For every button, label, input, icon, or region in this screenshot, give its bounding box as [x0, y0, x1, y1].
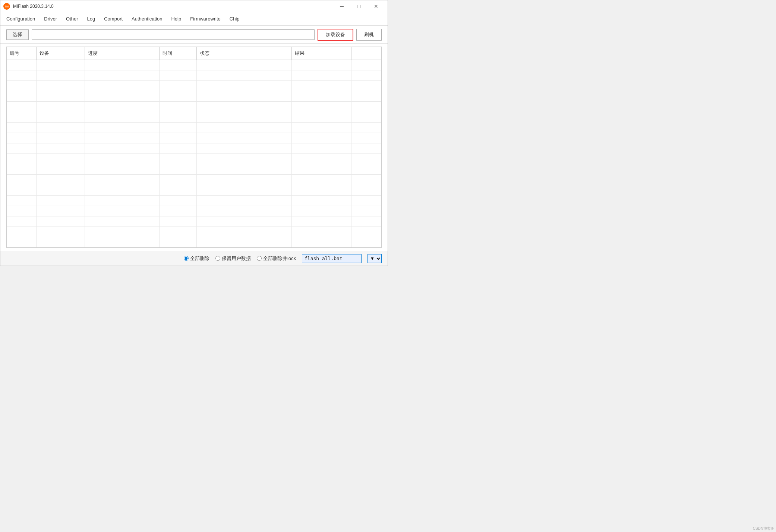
title-bar-controls: ─ □ ✕	[333, 0, 385, 12]
table-row[interactable]	[7, 164, 381, 175]
maximize-button[interactable]: □	[350, 0, 368, 12]
menu-item-comport[interactable]: Comport	[100, 15, 127, 23]
flash-mode-group: 全部删除 保留用户数据 全部删除并lock	[184, 255, 296, 262]
table-row[interactable]	[7, 227, 381, 237]
menu-item-chip[interactable]: Chip	[225, 15, 244, 23]
menu-item-other[interactable]: Other	[61, 15, 83, 23]
menu-bar: Configuration Driver Other Log Comport A…	[0, 12, 388, 26]
col-device: 设备	[37, 47, 85, 60]
table-row[interactable]	[7, 123, 381, 133]
title-bar: mi MiFlash 2020.3.14.0 ─ □ ✕	[0, 0, 388, 12]
menu-item-authentication[interactable]: Authentication	[127, 15, 167, 23]
script-dropdown[interactable]: ▼	[368, 254, 382, 263]
radio-delete-lock-input[interactable]	[257, 256, 262, 261]
table-row[interactable]	[7, 70, 381, 81]
close-button[interactable]: ✕	[368, 0, 385, 12]
table-row[interactable]	[7, 237, 381, 248]
menu-item-firmwarewrite[interactable]: Firmwarewrite	[186, 15, 225, 23]
radio-delete-lock[interactable]: 全部删除并lock	[257, 255, 296, 262]
table-row[interactable]	[7, 206, 381, 216]
menu-item-driver[interactable]: Driver	[40, 15, 61, 23]
bottom-bar: 全部删除 保留用户数据 全部删除并lock ▼	[0, 251, 388, 266]
menu-item-help[interactable]: Help	[167, 15, 186, 23]
table-row[interactable]	[7, 112, 381, 123]
col-time: 时间	[160, 47, 197, 60]
menu-item-log[interactable]: Log	[83, 15, 100, 23]
table-header: 编号 设备 进度 时间 状态 结果	[7, 47, 381, 60]
table-row[interactable]	[7, 196, 381, 206]
table-body	[7, 60, 381, 248]
radio-keep-user[interactable]: 保留用户数据	[215, 255, 251, 262]
radio-delete-all-input[interactable]	[184, 256, 189, 261]
main-content: 编号 设备 进度 时间 状态 结果	[0, 44, 388, 251]
flash-button[interactable]: 刷机	[356, 29, 382, 41]
radio-delete-all[interactable]: 全部删除	[184, 255, 209, 262]
table-row[interactable]	[7, 60, 381, 70]
radio-keep-user-input[interactable]	[215, 256, 220, 261]
table-row[interactable]	[7, 154, 381, 164]
col-extra	[351, 47, 381, 60]
app-logo: mi	[3, 3, 10, 10]
col-result: 结果	[292, 47, 351, 60]
table-row[interactable]	[7, 175, 381, 185]
title-bar-text: MiFlash 2020.3.14.0	[13, 4, 333, 9]
script-input[interactable]	[302, 254, 362, 263]
menu-item-configuration[interactable]: Configuration	[2, 15, 40, 23]
table-row[interactable]	[7, 81, 381, 91]
table-row[interactable]	[7, 185, 381, 196]
col-progress: 进度	[85, 47, 160, 60]
table-row[interactable]	[7, 102, 381, 112]
load-device-button[interactable]: 加载设备	[318, 29, 353, 41]
col-number: 编号	[7, 47, 37, 60]
device-table-container: 编号 设备 进度 时间 状态 结果	[6, 47, 382, 248]
select-button[interactable]: 选择	[6, 29, 29, 40]
minimize-button[interactable]: ─	[333, 0, 350, 12]
table-row[interactable]	[7, 143, 381, 154]
col-status: 状态	[197, 47, 292, 60]
table-row[interactable]	[7, 91, 381, 102]
path-input[interactable]	[32, 29, 315, 40]
main-window: mi MiFlash 2020.3.14.0 ─ □ ✕ Configurati…	[0, 0, 388, 266]
table-row[interactable]	[7, 216, 381, 227]
toolbar: 选择 加载设备 刷机	[0, 26, 388, 44]
table-row[interactable]	[7, 133, 381, 143]
